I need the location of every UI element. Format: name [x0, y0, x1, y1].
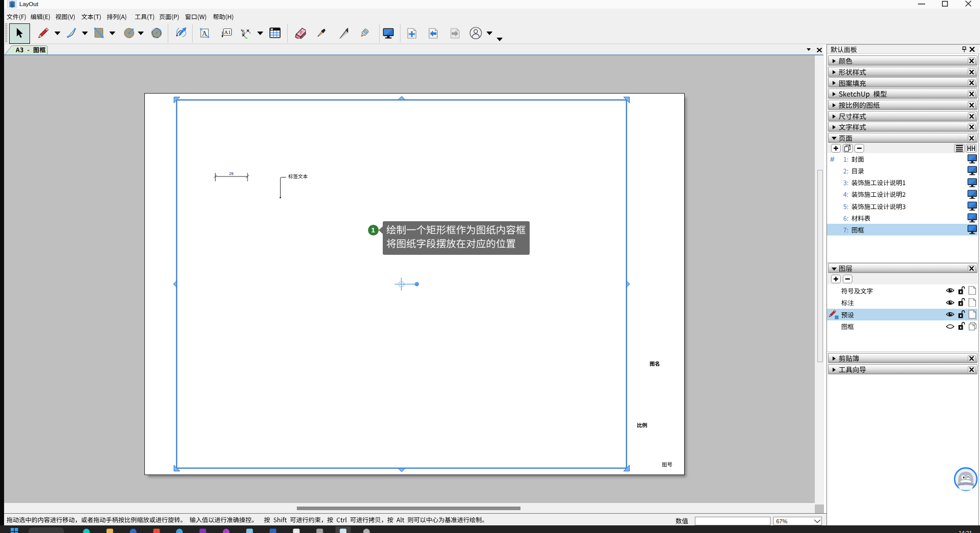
svg-text:5: 5 [242, 29, 245, 35]
svg-text:A1: A1 [224, 29, 231, 35]
svg-text:14:21: 14:21 [959, 530, 972, 533]
